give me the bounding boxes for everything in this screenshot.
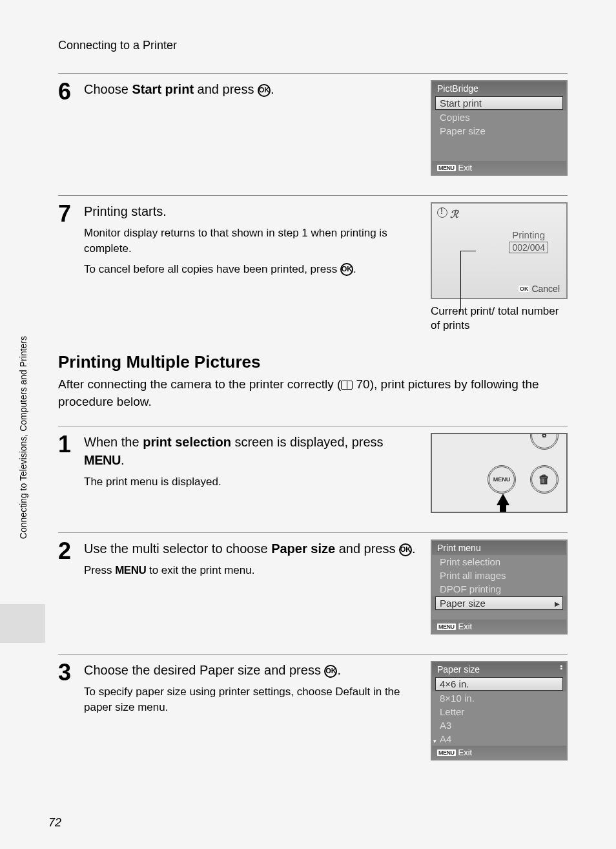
up-arrow-icon — [497, 494, 509, 505]
lcd-item: Print selection — [432, 555, 566, 569]
camera-top-button: ✿ — [530, 433, 559, 450]
multi-step-3: 3 Choose the desired Paper size and pres… — [58, 654, 568, 760]
ok-icon: OK — [324, 665, 337, 678]
lcd-title: Print menu — [432, 541, 566, 555]
mstep2-instruction: Use the multi selector to choose Paper s… — [84, 540, 421, 558]
mstep3-sub: To specify paper size using printer sett… — [84, 684, 421, 715]
callout-line — [460, 251, 461, 312]
camera-delete-button: 🗑 — [530, 465, 559, 494]
right-arrow-icon: ▶ — [555, 600, 560, 607]
lcd-item-selected: Paper size ▶ — [435, 596, 563, 610]
step-number: 6 — [58, 80, 84, 176]
step-7: 7 Printing starts. Monitor display retur… — [58, 195, 568, 333]
menu-badge-icon: MENU — [437, 165, 456, 171]
page-header: Connecting to a Printer — [58, 39, 568, 52]
camera-menu-button: MENU — [488, 465, 516, 494]
printing-label: Printing — [509, 229, 548, 240]
lcd-item: Print all images — [432, 569, 566, 582]
menu-badge-icon: MENU — [437, 624, 456, 630]
printing-count: 002/004 — [509, 242, 548, 253]
lcd-footer: MENU Exit — [432, 620, 566, 633]
menu-badge-icon: MENU — [437, 749, 456, 756]
step-6-instruction: Choose Start print and press OK. — [84, 80, 421, 98]
ok-badge-icon: OK — [518, 286, 530, 292]
lcd-item-start-print: Start print — [435, 96, 563, 110]
step-7-body2: To cancel before all copies have been pr… — [84, 262, 421, 277]
step-number: 7 — [58, 202, 84, 333]
lcd-item: 8×10 in. — [432, 691, 566, 705]
down-arrow-icon: ▾ — [433, 738, 436, 744]
step-7-title: Printing starts. — [84, 202, 421, 220]
step-number: 2 — [58, 540, 84, 634]
multi-step-2: 2 Use the multi selector to choose Paper… — [58, 532, 568, 634]
mstep1-instruction: When the print selection screen is displ… — [84, 433, 421, 469]
status-icons: ℛ — [437, 207, 458, 220]
trash-icon: 🗑 — [539, 473, 550, 487]
lcd-item-copies: Copies — [432, 110, 566, 124]
side-tab-block — [0, 604, 45, 643]
lcd-title: Paper size ▪▪ — [432, 662, 566, 676]
lcd-item: A3 — [432, 718, 566, 732]
lcd-item-selected: 4×6 in. — [435, 677, 563, 691]
step-number: 3 — [58, 661, 84, 760]
mstep1-sub: The print menu is displayed. — [84, 474, 421, 490]
section-title: Printing Multiple Pictures — [58, 352, 568, 372]
side-tab-label: Connecting to Televisions, Computers and… — [18, 336, 28, 539]
lcd-paper-size: Paper size ▪▪ 4×6 in. 8×10 in. Letter A3… — [431, 661, 568, 760]
lcd-item: ▾ A4 — [432, 732, 566, 746]
scroll-indicator-icon: ▪▪ — [560, 665, 562, 670]
camera-back-illustration: ✿ MENU 🗑 — [431, 433, 568, 513]
lcd-footer: MENU Exit — [432, 746, 566, 759]
section-intro: After connecting the camera to the print… — [58, 376, 568, 410]
step-7-body1: Monitor display returns to that shown in… — [84, 225, 421, 257]
mstep2-sub: Press MENU to exit the print menu. — [84, 563, 421, 578]
lcd-print-menu: Print menu Print selection Print all ima… — [431, 540, 568, 634]
lcd-title: PictBridge — [432, 81, 566, 96]
page-number: 72 — [48, 816, 61, 830]
lcd-item: DPOF printing — [432, 582, 566, 596]
mstep3-instruction: Choose the desired Paper size and press … — [84, 661, 421, 679]
lcd-item-paper-size: Paper size — [432, 124, 566, 138]
step-number: 1 — [58, 433, 84, 513]
book-icon — [341, 381, 353, 390]
progress-caption: Current print/ total number of prints — [431, 304, 568, 333]
step-6: 6 Choose Start print and press OK. PictB… — [58, 73, 568, 176]
lcd-footer: MENU Exit — [432, 161, 566, 174]
multi-step-1: 1 When the print selection screen is dis… — [58, 426, 568, 513]
ok-icon: OK — [340, 263, 353, 276]
lcd-printing-progress: ℛ Printing 002/004 OK Cancel — [431, 202, 568, 299]
ok-icon: OK — [399, 543, 412, 556]
cancel-label: OK Cancel — [518, 284, 560, 294]
lcd-item: Letter — [432, 705, 566, 718]
lcd-pictbridge: PictBridge Start print Copies Paper size… — [431, 80, 568, 176]
ok-icon: OK — [258, 84, 271, 97]
